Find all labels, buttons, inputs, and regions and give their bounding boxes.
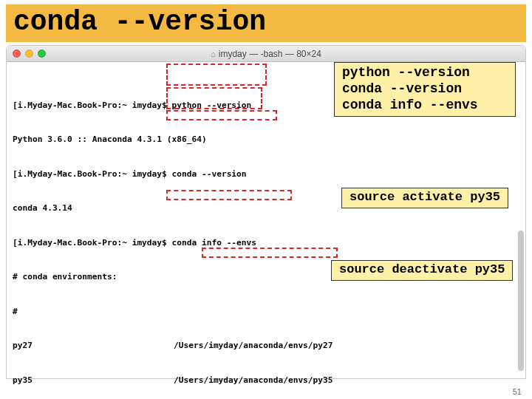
highlight-deactivate [202,248,338,258]
callout-versions: python --version conda --version conda i… [334,62,516,117]
highlight-activate [166,190,292,200]
callout-line: conda info --envs [342,97,508,113]
callout-activate: source activate py35 [341,188,508,208]
page-number: 51 [513,387,522,396]
highlight-python-version [166,64,267,86]
window-titlebar: ⌂ imyday — -bash — 80×24 [7,46,525,62]
window-title: ⌂ imyday — -bash — 80×24 [7,49,525,59]
window-title-text: imyday — -bash — 80×24 [219,49,321,59]
callout-line: python --version [342,64,508,81]
slide-title-bar: conda --version [6,4,526,42]
callout-line: conda --version [342,81,508,97]
scrollbar[interactable] [518,231,524,371]
callout-deactivate: source deactivate py35 [331,260,513,281]
highlight-conda-info [166,110,277,120]
home-icon: ⌂ [211,50,216,58]
callout-text: source deactivate py35 [339,262,505,276]
callout-text: source activate py35 [349,190,500,204]
slide-title: conda --version [13,6,519,38]
